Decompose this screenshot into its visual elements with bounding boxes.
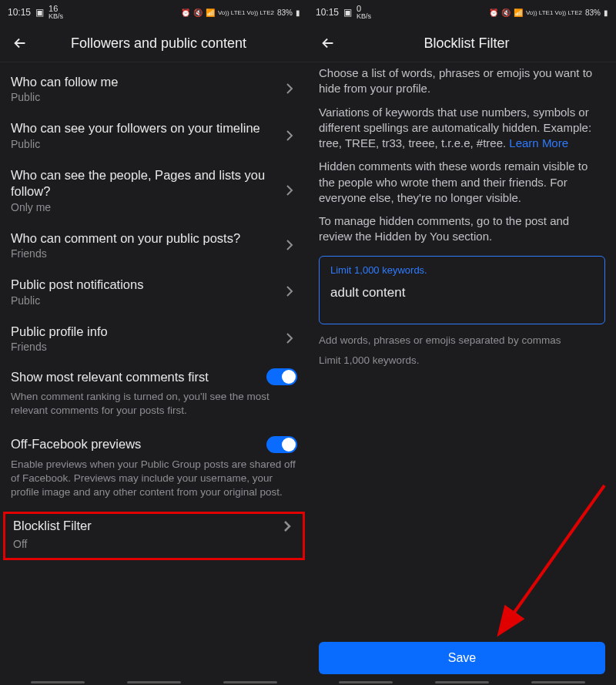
- row-sub: Friends: [11, 247, 282, 260]
- row-people-pages-lists[interactable]: Who can see the people, Pages and lists …: [0, 159, 308, 222]
- battery-percent: 83%: [585, 8, 601, 17]
- image-icon: ▣: [343, 7, 352, 18]
- row-sub: Only me: [11, 201, 282, 213]
- nav-pill: [31, 681, 85, 683]
- row-who-can-comment[interactable]: Who can comment on your public posts?Fri…: [0, 222, 308, 268]
- back-button[interactable]: [11, 34, 29, 52]
- intro-para-1: Choose a list of words, phrases or emoji…: [308, 62, 616, 102]
- nav-pill: [127, 681, 181, 683]
- toggle-label: Off-Facebook previews: [11, 437, 266, 452]
- toggle-switch[interactable]: [266, 368, 297, 385]
- toggle-desc: When comment ranking is turned on, you'l…: [0, 388, 308, 428]
- row-relevant-comments-toggle[interactable]: Show most relevant comments first: [0, 361, 308, 388]
- back-button[interactable]: [319, 34, 337, 52]
- clock: 10:15: [316, 7, 339, 18]
- nav-pill: [435, 681, 489, 683]
- clock: 10:15: [8, 7, 31, 18]
- chevron-right-icon: [282, 331, 297, 345]
- status-bar-left: 10:15 ▣ 16KB/s ⏰ 🔇 📶 Vo)) LTE1 Vo)) LTE2…: [0, 0, 308, 25]
- row-label: Public post notifications: [11, 277, 282, 293]
- row-who-can-follow[interactable]: Who can follow mePublic: [0, 65, 308, 112]
- nav-pill: [339, 681, 393, 683]
- signal-text: Vo)) LTE1 Vo)) LTE2: [526, 9, 582, 16]
- alarm-icon: ⏰: [181, 8, 190, 17]
- chevron-right-icon: [282, 284, 297, 298]
- blocklist-sub: Off: [13, 538, 295, 550]
- row-sub: Public: [11, 138, 282, 150]
- network-speed: 16KB/s: [49, 5, 63, 20]
- toggle-label: Show most relevant comments first: [11, 370, 266, 384]
- page-title: Blocklist Filter: [351, 35, 582, 52]
- keywords-input[interactable]: Limit 1,000 keywords. adult content: [319, 256, 605, 324]
- nav-pill: [531, 681, 585, 683]
- row-public-post-notifications[interactable]: Public post notificationsPublic: [0, 268, 308, 314]
- annotation-arrow: [477, 478, 616, 655]
- input-value: adult content: [330, 285, 594, 301]
- chevron-right-icon: [282, 238, 297, 252]
- mute-icon: 🔇: [501, 8, 511, 17]
- battery-percent: 83%: [277, 8, 293, 17]
- battery-icon: ▮: [604, 8, 608, 17]
- blocklist-filter-row[interactable]: Blocklist Filter Off: [3, 512, 305, 560]
- network-speed: 0KB/s: [357, 5, 371, 20]
- intro-para-3: Hidden comments with these words remain …: [308, 156, 616, 210]
- chevron-right-icon: [282, 82, 297, 96]
- left-content: Who can follow mePublic Who can see your…: [0, 62, 308, 685]
- header-left: Followers and public content: [0, 25, 308, 62]
- row-public-profile-info[interactable]: Public profile infoFriends: [0, 315, 308, 361]
- signal-text: Vo)) LTE1 Vo)) LTE2: [218, 9, 274, 16]
- row-sub: Friends: [11, 341, 282, 353]
- row-off-facebook-previews-toggle[interactable]: Off-Facebook previews: [0, 429, 308, 456]
- helper-text-2: Limit 1,000 keywords.: [308, 351, 616, 371]
- alarm-icon: ⏰: [489, 8, 498, 17]
- mute-icon: 🔇: [193, 8, 203, 17]
- learn-more-link[interactable]: Learn More: [509, 136, 568, 149]
- chevron-right-icon: [280, 519, 295, 533]
- left-phone: 10:15 ▣ 16KB/s ⏰ 🔇 📶 Vo)) LTE1 Vo)) LTE2…: [0, 0, 308, 685]
- status-bar-right: 10:15 ▣ 0KB/s ⏰ 🔇 📶 Vo)) LTE1 Vo)) LTE2 …: [308, 0, 616, 25]
- save-button[interactable]: Save: [319, 642, 605, 674]
- toggle-switch[interactable]: [266, 436, 297, 453]
- intro-para-2: Variations of keywords that use numbers,…: [308, 102, 616, 156]
- wifi-icon: 📶: [206, 8, 215, 17]
- row-label: Who can follow me: [11, 74, 282, 90]
- row-label: Who can comment on your public posts?: [11, 230, 282, 247]
- row-label: Who can see the people, Pages and lists …: [11, 167, 282, 200]
- right-phone: 10:15 ▣ 0KB/s ⏰ 🔇 📶 Vo)) LTE1 Vo)) LTE2 …: [308, 0, 616, 685]
- row-followers-timeline[interactable]: Who can see your followers on your timel…: [0, 112, 308, 158]
- wifi-icon: 📶: [514, 8, 523, 17]
- row-label: Public profile info: [11, 324, 282, 340]
- chevron-right-icon: [282, 129, 297, 143]
- helper-text-1: Add words, phrases or emojis separated b…: [308, 331, 616, 351]
- blocklist-label: Blocklist Filter: [13, 519, 280, 533]
- chevron-right-icon: [282, 183, 297, 197]
- input-limit-label: Limit 1,000 keywords.: [330, 264, 594, 276]
- header-right: Blocklist Filter: [308, 25, 616, 62]
- nav-pill: [223, 681, 277, 683]
- svg-line-0: [500, 485, 604, 632]
- row-sub: Public: [11, 91, 282, 103]
- row-label: Who can see your followers on your timel…: [11, 120, 282, 136]
- toggle-desc: Enable previews when your Public Group p…: [0, 456, 308, 511]
- row-sub: Public: [11, 294, 282, 307]
- image-icon: ▣: [35, 7, 44, 18]
- intro-para-4: To manage hidden comments, go to the pos…: [308, 210, 616, 250]
- page-title: Followers and public content: [43, 35, 274, 52]
- battery-icon: ▮: [296, 8, 300, 17]
